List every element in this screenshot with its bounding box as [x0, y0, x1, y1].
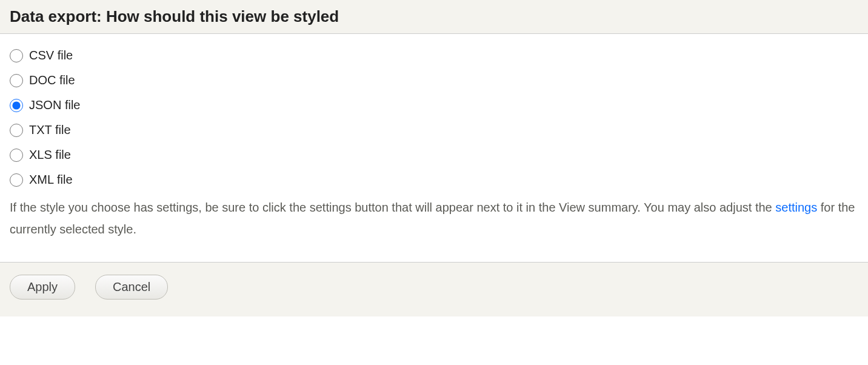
radio-label-csv[interactable]: CSV file [29, 49, 73, 62]
radio-xls[interactable] [10, 149, 23, 162]
radio-label-xml[interactable]: XML file [29, 173, 73, 187]
radio-txt[interactable] [10, 124, 23, 137]
radio-doc[interactable] [10, 74, 23, 87]
radio-json[interactable] [10, 99, 23, 112]
radio-option-txt: TXT file [10, 123, 858, 137]
help-text-before: If the style you choose has settings, be… [10, 201, 775, 214]
dialog-content: CSV file DOC file JSON file TXT file XLS… [0, 34, 868, 263]
radio-option-xls: XLS file [10, 148, 858, 162]
radio-csv[interactable] [10, 49, 23, 62]
radio-option-csv: CSV file [10, 49, 858, 62]
radio-label-xls[interactable]: XLS file [29, 148, 71, 162]
help-text: If the style you choose has settings, be… [10, 196, 858, 240]
radio-xml[interactable] [10, 173, 23, 187]
cancel-button[interactable]: Cancel [95, 275, 168, 300]
apply-button[interactable]: Apply [10, 275, 75, 300]
dialog-title: Data export: How should this view be sty… [10, 7, 858, 26]
dialog-header: Data export: How should this view be sty… [0, 0, 868, 34]
radio-option-xml: XML file [10, 173, 858, 187]
radio-label-txt[interactable]: TXT file [29, 123, 71, 137]
settings-link[interactable]: settings [775, 201, 817, 214]
radio-option-json: JSON file [10, 98, 858, 112]
radio-label-json[interactable]: JSON file [29, 98, 80, 112]
radio-label-doc[interactable]: DOC file [29, 73, 75, 87]
radio-option-doc: DOC file [10, 73, 858, 87]
dialog-footer: Apply Cancel [0, 263, 868, 316]
